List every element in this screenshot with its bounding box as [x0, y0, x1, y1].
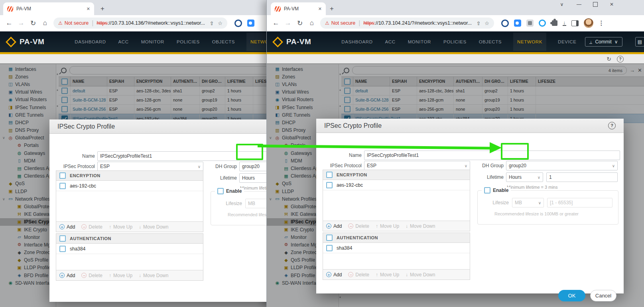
tab-close-icon[interactable]: ✕	[87, 6, 90, 12]
dialog-help-icon[interactable]: ?	[608, 122, 616, 129]
back-icon[interactable]: ←	[272, 19, 280, 27]
lifetime-unit-select[interactable]: Hours∨	[239, 173, 266, 183]
dh-group-select[interactable]: group20∨	[506, 161, 618, 170]
move-up-button[interactable]: ↑Move Up	[109, 224, 132, 230]
extension-camera-icon[interactable]	[514, 20, 521, 27]
not-secure-label[interactable]: Not secure	[65, 20, 89, 26]
forward-icon[interactable]: →	[284, 19, 292, 27]
encryption-row[interactable]: aes-192-cbc	[56, 181, 203, 191]
nav-menu-item[interactable]: ACC	[384, 37, 396, 47]
move-down-button[interactable]: ↓Move Down	[406, 272, 435, 278]
extensions-puzzle-icon[interactable]	[552, 20, 557, 26]
authentication-row-checkbox[interactable]	[326, 245, 333, 251]
add-button[interactable]: +Add	[59, 224, 75, 230]
add-button[interactable]: +Add	[326, 223, 342, 229]
delete-button[interactable]: −Delete	[348, 223, 369, 229]
move-down-button[interactable]: ↓Move Down	[139, 273, 168, 278]
nav-menu-item[interactable]: NETWORK	[246, 33, 266, 51]
lifetime-unit-select[interactable]: Hours∨	[506, 172, 543, 182]
tasks-icon-button[interactable]: ▤	[635, 37, 644, 47]
add-button[interactable]: +Add	[59, 273, 75, 278]
bookmark-star-icon[interactable]: ☆	[484, 20, 489, 26]
authentication-row[interactable]: sha384	[323, 243, 470, 253]
lifetime-value-field[interactable]	[546, 172, 618, 182]
nav-menu-item[interactable]: MONITOR	[407, 37, 432, 47]
encryption-row[interactable]: aes-192-cbc	[323, 180, 470, 190]
authentication-row[interactable]: sha384	[56, 244, 203, 254]
authentication-select-all-checkbox[interactable]	[326, 235, 333, 241]
reload-icon[interactable]: ↻	[29, 19, 37, 27]
authentication-select-all-checkbox[interactable]	[59, 235, 66, 242]
browser-tab[interactable]: PA-VM ✕	[271, 2, 326, 15]
delete-button[interactable]: −Delete	[81, 273, 102, 278]
refresh-icon[interactable]: ↻	[607, 56, 611, 62]
enable-checkbox[interactable]	[217, 188, 224, 194]
authentication-row-checkbox[interactable]	[59, 246, 66, 252]
nav-menu-item[interactable]: POLICIES	[176, 37, 201, 47]
window-chevron-icon[interactable]: ∨	[559, 2, 565, 7]
nav-menu-item[interactable]: NETWORK	[513, 33, 546, 51]
maximize-button[interactable]	[593, 2, 598, 7]
move-up-icon: ↑	[376, 223, 378, 229]
nav-menu-item[interactable]: DASHBOARD	[74, 37, 106, 47]
home-icon[interactable]: ⌂	[41, 19, 49, 27]
profile-avatar[interactable]	[584, 18, 593, 28]
protocol-select[interactable]: ESP∨	[97, 162, 203, 171]
nav-menu-item[interactable]: DASHBOARD	[341, 37, 373, 47]
nav-menu-item[interactable]: OBJECTS	[211, 37, 236, 47]
commit-button[interactable]: ↓ Commit ∨	[585, 37, 622, 47]
browser-tab[interactable]: PA-VM ✕	[3, 2, 94, 15]
side-panel-icon[interactable]	[571, 20, 579, 26]
browser-menu-icon[interactable]: ⋮	[599, 20, 605, 27]
home-icon[interactable]: ⌂	[307, 19, 316, 27]
lifesize-unit-select[interactable]: MB∨	[245, 199, 266, 208]
dh-group-select[interactable]: group20∨	[239, 162, 266, 171]
nav-menu-item[interactable]: DEVICE	[557, 37, 577, 47]
enable-checkbox[interactable]	[484, 187, 490, 194]
downloads-icon[interactable]: ↓	[563, 20, 566, 26]
extension-o-icon[interactable]	[501, 20, 509, 27]
nav-menu-item[interactable]: MONITOR	[140, 37, 165, 47]
share-icon[interactable]: ⇧	[476, 20, 481, 26]
lifesize-unit-select[interactable]: MB∨	[512, 198, 544, 207]
ok-button[interactable]: OK	[558, 290, 585, 301]
forward-icon[interactable]: →	[17, 19, 26, 27]
move-up-button[interactable]: ↑Move Up	[376, 272, 399, 278]
new-tab-button[interactable]: +	[100, 5, 104, 13]
new-tab-button[interactable]: +	[330, 5, 334, 13]
add-button[interactable]: +Add	[326, 272, 342, 278]
bookmark-star-icon[interactable]: ☆	[218, 20, 223, 26]
protocol-select[interactable]: ESP∨	[364, 161, 470, 170]
back-icon[interactable]: ←	[5, 19, 14, 27]
nav-menu-item[interactable]: OBJECTS	[478, 37, 502, 47]
nav-menu-item[interactable]: POLICIES	[443, 37, 467, 47]
lifesize-value-field[interactable]	[547, 198, 612, 207]
reload-icon[interactable]: ↻	[295, 19, 304, 27]
share-icon[interactable]: ⇧	[209, 20, 214, 26]
move-down-button[interactable]: ↓Move Down	[406, 223, 435, 229]
move-up-button[interactable]: ↑Move Up	[376, 223, 399, 229]
close-window-button[interactable]: ✕	[609, 2, 615, 7]
address-bar[interactable]: ⚠ Not secure | https://10.73.104.241/?#n…	[320, 18, 494, 29]
extension-gray-icon[interactable]	[526, 20, 534, 27]
minimize-button[interactable]: —	[576, 2, 582, 7]
url-text[interactable]: https://10.73.104.241/?#network::vsys1::…	[363, 20, 472, 26]
extension-ring-icon[interactable]	[539, 20, 546, 27]
help-icon[interactable]: ?	[617, 56, 624, 63]
encryption-select-all-checkbox[interactable]	[59, 172, 66, 179]
delete-button[interactable]: −Delete	[348, 272, 369, 278]
move-down-button[interactable]: ↓Move Down	[139, 224, 168, 230]
extension-camera-icon[interactable]	[247, 20, 254, 27]
move-up-button[interactable]: ↑Move Up	[109, 273, 132, 278]
encryption-select-all-checkbox[interactable]	[326, 172, 333, 178]
encryption-row-checkbox[interactable]	[59, 183, 66, 189]
nav-menu-item[interactable]: ACC	[118, 37, 130, 47]
not-secure-label[interactable]: Not secure	[331, 20, 355, 26]
encryption-row-checkbox[interactable]	[326, 182, 333, 188]
extension-o-icon[interactable]	[234, 20, 242, 27]
tab-close-icon[interactable]: ✕	[318, 6, 322, 12]
delete-button[interactable]: −Delete	[81, 224, 102, 230]
cancel-button[interactable]: Cancel	[590, 290, 616, 301]
address-bar[interactable]: ⚠ Not secure | https://10.73.104.136/?#n…	[53, 18, 227, 29]
url-text[interactable]: https://10.73.104.136/?#network::vsys1::…	[97, 20, 205, 26]
